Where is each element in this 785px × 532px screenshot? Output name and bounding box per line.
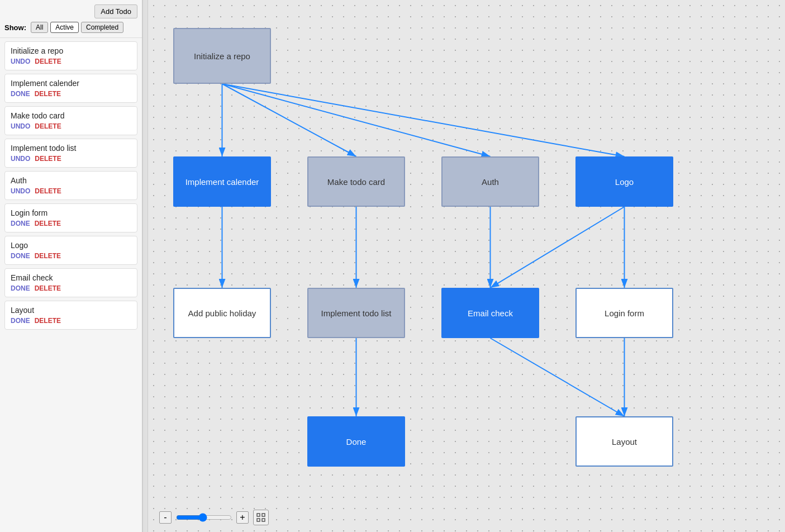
todo-item-title: Implement todo list: [11, 144, 131, 153]
filter-all-button[interactable]: All: [31, 22, 48, 33]
canvas-node[interactable]: Make todo card: [307, 156, 405, 207]
delete-button[interactable]: DELETE: [35, 220, 61, 227]
todo-item-title: Layout: [11, 306, 131, 315]
todo-item: Email checkDONEDELETE: [4, 268, 137, 297]
done-button[interactable]: DONE: [11, 252, 30, 260]
todo-item-title: Implement calender: [11, 79, 131, 88]
undo-button[interactable]: UNDO: [11, 122, 30, 130]
filter-completed-button[interactable]: Completed: [81, 22, 123, 33]
canvas-node[interactable]: Add public holiday: [173, 288, 271, 338]
sidebar: Add Todo Show: All Active Completed Init…: [0, 0, 142, 532]
canvas-node[interactable]: Login form: [575, 288, 673, 338]
svg-rect-14: [262, 514, 265, 516]
fit-icon: [256, 513, 265, 522]
canvas-node[interactable]: Logo: [575, 156, 673, 207]
canvas-node[interactable]: Initialize a repo: [173, 28, 271, 84]
svg-line-4: [222, 84, 625, 156]
done-button[interactable]: DONE: [11, 90, 30, 98]
todo-item-actions: DONEDELETE: [11, 252, 131, 260]
todo-item: Initialize a repoUNDODELETE: [4, 41, 137, 70]
todo-item: LayoutDONEDELETE: [4, 301, 137, 330]
delete-button[interactable]: DELETE: [35, 187, 61, 195]
svg-rect-16: [262, 519, 265, 521]
svg-line-2: [222, 84, 356, 156]
zoom-out-button[interactable]: -: [159, 511, 172, 524]
svg-rect-13: [257, 514, 260, 516]
resize-divider[interactable]: [142, 0, 148, 532]
svg-line-3: [222, 84, 491, 156]
zoom-slider[interactable]: [176, 513, 232, 522]
todo-item-title: Email check: [11, 273, 131, 282]
todo-item: Implement todo listUNDODELETE: [4, 139, 137, 168]
canvas-node[interactable]: Layout: [575, 416, 673, 467]
filter-row: Show: All Active Completed: [4, 22, 137, 37]
todo-item-title: Initialize a repo: [11, 46, 131, 55]
todo-item-actions: UNDODELETE: [11, 58, 131, 65]
canvas-node[interactable]: Email check: [441, 288, 539, 338]
todo-item: LogoDONEDELETE: [4, 236, 137, 265]
delete-button[interactable]: DELETE: [35, 155, 61, 163]
canvas-node[interactable]: Auth: [441, 156, 539, 207]
todo-item: Make todo cardUNDODELETE: [4, 106, 137, 135]
undo-button[interactable]: UNDO: [11, 187, 30, 195]
delete-button[interactable]: DELETE: [35, 58, 61, 65]
svg-rect-15: [257, 519, 260, 521]
filter-active-button[interactable]: Active: [50, 22, 79, 33]
canvas-controls: - +: [159, 510, 269, 525]
canvas-node[interactable]: Done: [307, 416, 405, 467]
todo-item: Login formDONEDELETE: [4, 203, 137, 232]
sidebar-header: Add Todo Show: All Active Completed: [0, 0, 142, 38]
main-canvas: - + Initialize a repoImplement calenderM…: [148, 0, 785, 532]
todo-item-actions: UNDODELETE: [11, 155, 131, 163]
delete-button[interactable]: DELETE: [35, 317, 61, 325]
undo-button[interactable]: UNDO: [11, 155, 30, 163]
todo-item-actions: DONEDELETE: [11, 90, 131, 98]
todo-list: Initialize a repoUNDODELETEImplement cal…: [0, 38, 142, 333]
todo-item: Implement calenderDONEDELETE: [4, 74, 137, 103]
todo-item-title: Logo: [11, 241, 131, 250]
zoom-in-button[interactable]: +: [236, 511, 249, 524]
svg-line-8: [491, 207, 625, 288]
done-button[interactable]: DONE: [11, 220, 30, 227]
undo-button[interactable]: UNDO: [11, 58, 30, 65]
todo-item-title: Login form: [11, 208, 131, 217]
todo-item-actions: DONEDELETE: [11, 284, 131, 292]
todo-item-actions: DONEDELETE: [11, 220, 131, 227]
svg-line-11: [491, 338, 625, 416]
delete-button[interactable]: DELETE: [35, 122, 61, 130]
todo-item-actions: UNDODELETE: [11, 122, 131, 130]
canvas-node[interactable]: Implement todo list: [307, 288, 405, 338]
fit-button[interactable]: [253, 510, 269, 525]
delete-button[interactable]: DELETE: [35, 252, 61, 260]
canvas-node[interactable]: Implement calender: [173, 156, 271, 207]
todo-item-title: Auth: [11, 176, 131, 185]
todo-item: AuthUNDODELETE: [4, 171, 137, 200]
todo-item-title: Make todo card: [11, 111, 131, 120]
done-button[interactable]: DONE: [11, 284, 30, 292]
add-todo-button[interactable]: Add Todo: [94, 4, 137, 18]
todo-item-actions: UNDODELETE: [11, 187, 131, 195]
show-label: Show:: [4, 23, 26, 32]
delete-button[interactable]: DELETE: [35, 90, 61, 98]
delete-button[interactable]: DELETE: [35, 284, 61, 292]
done-button[interactable]: DONE: [11, 317, 30, 325]
todo-item-actions: DONEDELETE: [11, 317, 131, 325]
